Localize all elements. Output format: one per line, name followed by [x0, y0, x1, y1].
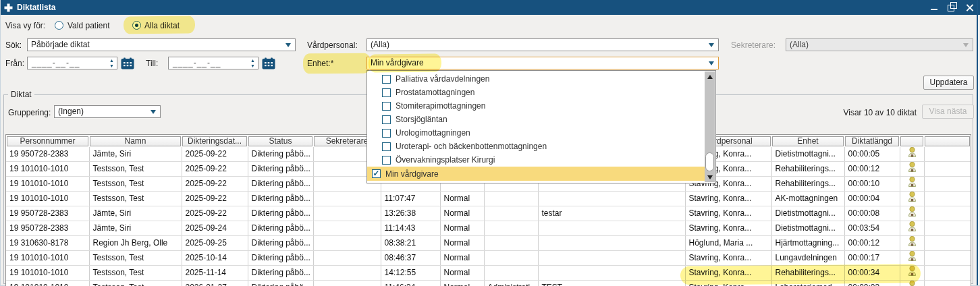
- cell-person-icon: [900, 177, 924, 192]
- column-header[interactable]: Status: [248, 135, 313, 147]
- dropdown-item[interactable]: Stomiterapimottagningen: [367, 99, 705, 113]
- table-row[interactable]: 19 101010-1010Testsson, Test2025-11-14Di…: [6, 266, 971, 281]
- calendar-icon[interactable]: [261, 57, 276, 69]
- search-combobox[interactable]: Påbörjade diktat: [27, 38, 296, 51]
- minimize-icon[interactable]: [930, 3, 940, 11]
- cell-kommentar: [538, 236, 685, 251]
- dropdown-item[interactable]: Övervakningsplatser Kirurgi: [367, 153, 705, 167]
- cell-namn: Testsson, Test: [89, 162, 182, 177]
- dropdown-item[interactable]: Urologimottagningen: [367, 126, 705, 140]
- cell-prio: Normal: [440, 206, 484, 221]
- visa-nasta-button: Visa nästa: [922, 105, 974, 119]
- till-date-input[interactable]: ____-__-__ ▲▼: [168, 57, 258, 69]
- cell-datum: 2025-10-14: [182, 251, 248, 266]
- cell-typ: Administrati...: [484, 281, 538, 286]
- restore-icon[interactable]: [948, 3, 957, 11]
- radio-alla-diktat-label: Alla diktat: [144, 21, 180, 30]
- window-border-right: [977, 0, 978, 286]
- cell-status: Diktering påbö...: [248, 192, 313, 206]
- cell-namn: Testsson, Test: [89, 177, 182, 192]
- checkbox-icon[interactable]: [382, 102, 391, 111]
- cell-typ: [484, 221, 538, 236]
- checkbox-icon[interactable]: [382, 156, 391, 165]
- cell-datum: 2025-09-22: [182, 177, 248, 192]
- scrollbar-thumb[interactable]: [705, 152, 714, 171]
- cell-pnr: 19 950728-2383: [6, 221, 89, 236]
- dropdown-item-label: Stomiterapimottagningen: [396, 101, 485, 111]
- cell-datum: 2026-01-27: [182, 281, 248, 286]
- calendar-icon[interactable]: [120, 57, 135, 69]
- uppdatera-button[interactable]: Uppdatera: [923, 76, 974, 90]
- cell-person-icon: [900, 266, 924, 281]
- cell-pnr: 19 950728-2383: [6, 206, 89, 221]
- cell-kommentar: [538, 192, 685, 206]
- column-header[interactable]: Personnummer: [6, 135, 89, 147]
- table-row[interactable]: 19 950728-2383Jämte, Siri2025-09-22Dikte…: [6, 206, 971, 221]
- column-header[interactable]: Enhet: [771, 135, 844, 147]
- dropdown-item[interactable]: ✓ Min vårdgivare: [367, 167, 705, 181]
- checkbox-icon[interactable]: [382, 75, 391, 84]
- dropdown-item-label: Min vårdgivare: [385, 169, 439, 179]
- dropdown-item[interactable]: Uroterapi- och bäckenbottenmottagningen: [367, 140, 705, 153]
- checkbox-icon[interactable]: [382, 115, 391, 124]
- checkbox-icon[interactable]: [382, 142, 391, 151]
- dropdown-item-label: Palliativa vårdavdelningen: [396, 74, 489, 84]
- vardpersonal-combobox[interactable]: (Alla): [366, 38, 719, 51]
- column-header[interactable]: [924, 135, 971, 147]
- checkbox-icon[interactable]: [382, 88, 391, 97]
- cell-status: Diktering påbö...: [248, 221, 313, 236]
- cell-tid: 08:46:37: [381, 251, 440, 266]
- cell-vardpersonal: Stavring, Konra...: [685, 281, 771, 286]
- cell-vardpersonal: Stavring, Konra...: [685, 192, 771, 206]
- dropdown-item[interactable]: Palliativa vårdavdelningen: [367, 72, 705, 86]
- scroll-up-icon[interactable]: [705, 72, 715, 82]
- spinner-icon[interactable]: ▲▼: [250, 58, 256, 69]
- cell-langd: 00:00:10: [844, 177, 900, 192]
- dropdown-item-label: Uroterapi- och bäckenbottenmottagningen: [396, 142, 547, 151]
- radio-vald-patient[interactable]: [55, 21, 63, 30]
- cell-enhet: Rehabiliterings...: [771, 162, 844, 177]
- column-header[interactable]: Dikteringsdat...: [182, 135, 248, 147]
- column-header[interactable]: Namn: [89, 135, 182, 147]
- cell-sekr: [313, 192, 381, 206]
- cell-filler: [924, 251, 971, 266]
- table-row[interactable]: 19 310630-8178Region Jh Berg, Olle2025-0…: [6, 236, 971, 251]
- enhet-combobox[interactable]: Min vårdgivare: [366, 57, 719, 69]
- table-row[interactable]: 19 950728-2383Jämte, Siri2025-09-24Dikte…: [6, 221, 971, 236]
- dropdown-item[interactable]: Storsjögläntan: [367, 113, 705, 126]
- titlebar: Diktatlista: [0, 0, 980, 15]
- cell-enhet: AK-mottagningen: [771, 192, 844, 206]
- table-row[interactable]: 19 101010-1010Testsson, Test2025-10-14Di…: [6, 251, 971, 266]
- cell-namn: Jämte, Siri: [89, 206, 182, 221]
- column-header[interactable]: Diktatlängd: [844, 135, 900, 147]
- cell-pnr: 19 101010-1010: [6, 192, 89, 206]
- close-icon[interactable]: [965, 3, 975, 11]
- checkbox-icon[interactable]: [382, 129, 391, 138]
- checkbox-icon[interactable]: ✓: [372, 169, 381, 178]
- chevron-down-icon: [151, 110, 156, 114]
- table-row[interactable]: 19 101010-1010Testsson, Test2025-09-22Di…: [6, 192, 971, 206]
- cell-tid: 13:26:38: [381, 206, 440, 221]
- cell-person-icon: [900, 281, 924, 286]
- from-date-input[interactable]: ____-__-__ ▲▼: [27, 57, 117, 69]
- dropdown-scrollbar[interactable]: [705, 72, 715, 182]
- dictation-person-icon: [908, 177, 917, 187]
- cell-typ: [484, 236, 538, 251]
- cell-person-icon: [900, 221, 924, 236]
- spinner-icon[interactable]: ▲▼: [109, 58, 115, 69]
- medical-cross-icon: [4, 3, 13, 12]
- cell-filler: [924, 236, 971, 251]
- dropdown-item[interactable]: Prostatamottagningen: [367, 86, 705, 99]
- sekreterare-combobox: (Alla): [786, 38, 973, 51]
- cell-typ: [484, 251, 538, 266]
- column-header[interactable]: [900, 135, 924, 147]
- cell-enhet: Lungavdelningen: [771, 251, 844, 266]
- cell-tid: 11:14:43: [381, 221, 440, 236]
- gruppering-combobox[interactable]: (Ingen): [54, 105, 161, 118]
- from-label: Från:: [5, 59, 24, 68]
- radio-alla-diktat[interactable]: [132, 21, 141, 30]
- cell-namn: Jämte, Siri: [89, 147, 182, 162]
- enhet-dropdown-items: Palliativa vårdavdelningen Prostatamotta…: [367, 72, 705, 181]
- scroll-down-icon[interactable]: [705, 172, 715, 182]
- table-row[interactable]: 19 101010-1010Testsson, Test2026-01-27Di…: [6, 281, 971, 286]
